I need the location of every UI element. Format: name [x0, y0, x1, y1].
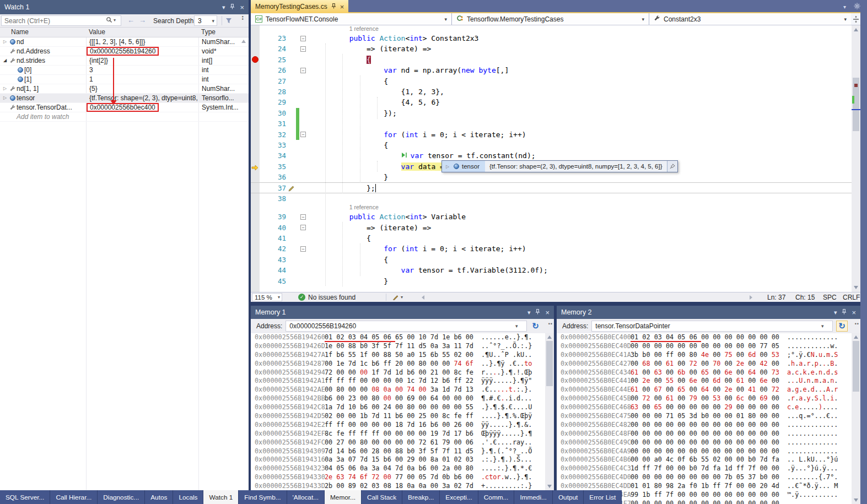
window-menu-icon[interactable]: ▾ [222, 4, 225, 11]
scrollbar-thumb[interactable] [546, 341, 553, 386]
refresh-icon[interactable]: ↻ [836, 321, 848, 332]
line-gutter[interactable] [251, 44, 260, 54]
refresh-icon[interactable]: ↻ [530, 321, 541, 331]
close-icon[interactable]: × [240, 3, 244, 12]
line-gutter[interactable] [251, 25, 260, 33]
line-gutter[interactable] [251, 223, 260, 233]
search-icon[interactable]: ▾ [106, 17, 116, 23]
expander-icon[interactable]: ▷ [444, 164, 451, 169]
status-insert-mode[interactable]: SPC [823, 294, 837, 301]
close-icon[interactable]: × [545, 308, 550, 317]
collapse-region-icon[interactable]: − [300, 225, 306, 230]
hex-row[interactable]: 0x000002556B0EC4D000 00 00 00 00 00 00 0… [557, 473, 860, 482]
scrollbar-thumb[interactable] [853, 341, 859, 392]
hex-row[interactable]: 0x000002556B1943160a 3a 07 7d 15 b6 00 2… [251, 456, 554, 464]
hex-row[interactable]: 0x000002556B0EC44100 2e 00 55 00 6e 00 6… [557, 377, 860, 386]
hex-row[interactable]: 0x000002556B19428700 1e 7d 1c b6 ff 20 0… [251, 360, 554, 368]
codelens-line[interactable]: 1 reference [251, 25, 860, 33]
hex-row[interactable]: 0x000002556B0EC4B600 00 a0 4c 0f 6b 55 0… [557, 456, 860, 464]
watch-row[interactable]: [0]3int [0, 66, 249, 75]
memory1-address-input[interactable] [286, 321, 527, 332]
hex-row[interactable]: 0x000002556B1942BBb6 00 23 00 80 00 00 6… [251, 394, 554, 403]
watch-row[interactable]: ◢nd.strides{int[2]}int[] [0, 56, 249, 66]
hex-row[interactable]: 0x000002556B1942A1ff ff ff 00 00 00 00 1… [251, 377, 554, 386]
code-line[interactable]: 39−public Action<int> Variable [251, 212, 860, 222]
line-gutter[interactable] [251, 150, 260, 161]
scroll-up-icon[interactable] [241, 40, 246, 43]
memory2-scrollbar[interactable] [852, 333, 860, 504]
watch-titlebar[interactable]: Watch 1 ▾ × [0, 0, 249, 14]
panel-tab-breakp[interactable]: Breakp... [402, 490, 440, 504]
panel-tab-locals[interactable]: Locals [173, 490, 203, 504]
line-gutter[interactable] [251, 140, 260, 150]
line-gutter[interactable] [251, 129, 260, 140]
hex-row[interactable]: 0x000002556B1942FC00 27 00 80 00 00 00 0… [251, 438, 554, 447]
scroll-up-icon[interactable] [854, 28, 858, 31]
panel-tab-diagnostic[interactable]: Diagnostic... [98, 490, 145, 504]
memory2-hex-dump[interactable]: 0x000002556B0EC40001 02 03 04 05 06 00 0… [557, 333, 860, 504]
hex-row[interactable]: 0x000002556B1942C81a 7d 10 b6 00 24 00 8… [251, 403, 554, 412]
collapse-region-icon[interactable]: − [300, 36, 306, 41]
line-gutter[interactable] [251, 76, 260, 86]
line-gutter[interactable] [251, 86, 260, 97]
column-header-value[interactable]: Value [87, 28, 199, 37]
hex-row[interactable]: 0x000002556B0EC48F00 00 00 00 00 00 00 0… [557, 430, 860, 438]
line-gutter[interactable] [251, 254, 260, 265]
status-column[interactable]: Ch: 15 [795, 294, 815, 301]
hex-row[interactable]: 0x000002556B1943097d 14 b6 00 28 00 88 b… [251, 447, 554, 456]
line-gutter[interactable] [251, 233, 260, 243]
watch-row[interactable]: nd.Address0x000002556b194260void* [0, 47, 249, 56]
hex-row[interactable]: 0x000002556B0EC4C31d ff 7f 00 00 b0 7d f… [557, 464, 860, 473]
hex-row[interactable]: 0x000002556B1942AE00 80 00 00 08 0a 00 7… [251, 386, 554, 394]
line-gutter[interactable] [251, 265, 260, 275]
panel-tab-excepti[interactable]: Excepti... [440, 490, 478, 504]
panel-tab-memor[interactable]: Memor... [325, 490, 362, 504]
line-gutter[interactable] [251, 97, 260, 107]
close-icon[interactable]: × [852, 308, 856, 317]
hex-row[interactable]: 0x000002556B0EC46863 00 65 00 00 00 00 0… [557, 403, 860, 412]
zoom-select[interactable]: 115 %▾ [252, 293, 282, 301]
line-gutter[interactable] [251, 204, 260, 212]
hex-row[interactable]: 0x000002556B0EC47500 00 00 71 05 3d b0 0… [557, 412, 860, 421]
hex-row[interactable]: 0x000002556B19426D1e 00 88 b0 3f 5f 7f 1… [251, 342, 554, 351]
line-gutter[interactable] [251, 276, 260, 286]
line-gutter[interactable] [251, 243, 260, 254]
member-dropdown[interactable]: Constant2x3 ▾ [649, 13, 851, 25]
scroll-down-icon[interactable] [547, 485, 552, 488]
hex-row[interactable]: 0x000002556B1942EF8c fe ff ff ff 00 00 0… [251, 430, 554, 438]
filter-icon[interactable] [225, 17, 232, 25]
code-line[interactable]: 23−public Action<int> Constant2x3 [251, 33, 860, 44]
column-header-type[interactable]: Type [199, 28, 249, 37]
chevron-down-icon[interactable]: ▾ [515, 323, 518, 329]
hex-row[interactable]: 0x000002556B19432304 05 06 0a 3a 04 7d 0… [251, 464, 554, 473]
breakpoint-icon[interactable] [252, 56, 259, 63]
datatip-pin-icon[interactable] [667, 161, 677, 172]
panel-tab-watch-1[interactable]: Watch 1 [203, 490, 239, 504]
line-gutter[interactable] [251, 55, 260, 65]
line-gutter[interactable] [251, 108, 260, 118]
pin-icon[interactable] [230, 3, 235, 11]
hex-row[interactable]: 0x000002556B0EC4DD01 01 80 98 2a f0 1b f… [557, 482, 860, 491]
collapse-region-icon[interactable]: − [300, 214, 306, 220]
memory2-address-input[interactable] [591, 321, 833, 332]
expander-icon[interactable]: ◢ [2, 56, 8, 65]
scroll-down-icon[interactable] [854, 286, 858, 289]
chevron-down-icon[interactable]: ▾ [821, 323, 824, 329]
run-to-cursor-icon[interactable] [401, 151, 407, 160]
line-gutter[interactable] [251, 33, 260, 44]
hex-row[interactable]: 0x000002556B0EC49C00 00 00 00 00 00 00 0… [557, 438, 860, 447]
pin-icon[interactable] [842, 308, 847, 316]
hex-row[interactable]: 0x000002556B0EC45B00 72 00 61 00 79 00 5… [557, 394, 860, 403]
scroll-up-icon[interactable] [547, 335, 552, 339]
line-gutter[interactable] [251, 193, 260, 204]
code-line[interactable]: 24−=> (iterate) => [251, 44, 860, 54]
hex-row[interactable]: 0x000002556B1943302e 63 74 6f 72 00 77 0… [251, 473, 554, 482]
memory1-titlebar[interactable]: Memory 1 ▾ × [251, 306, 554, 319]
tab-pin-icon[interactable] [331, 3, 336, 11]
panel-tab-immedi[interactable]: Immedi... [514, 490, 553, 504]
scroll-down-icon[interactable] [854, 498, 858, 502]
status-line-ending[interactable]: CRLF [843, 294, 860, 301]
line-gutter[interactable] [251, 161, 260, 172]
panel-tab-find-symb[interactable]: Find Symb... [239, 490, 287, 504]
column-header-name[interactable]: Name [0, 28, 87, 37]
